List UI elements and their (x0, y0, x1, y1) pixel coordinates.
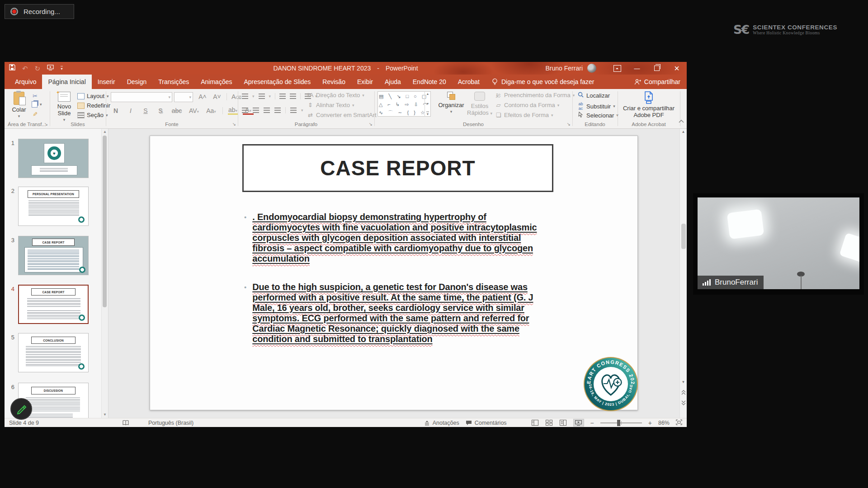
next-slide-button[interactable] (680, 400, 687, 405)
clipboard-dialog-launcher[interactable]: ↘ (44, 122, 48, 127)
zoom-slider[interactable] (600, 422, 642, 423)
tab-animacoes[interactable]: Animações (195, 75, 238, 89)
italic-button[interactable]: I (126, 107, 136, 114)
bold-button[interactable]: N (111, 107, 121, 114)
paste-button[interactable]: Colar ▾ (8, 92, 30, 120)
start-slideshow-button[interactable] (47, 64, 54, 72)
highlight-color-button[interactable]: ab▾ (228, 106, 238, 115)
scrollbar-down-icon[interactable]: ▼ (102, 412, 108, 418)
zoom-slider-thumb[interactable] (617, 420, 620, 426)
layout-button[interactable]: Layout▾ (77, 93, 109, 99)
slide-thumbnail-2[interactable]: PERSONAL PRESENTATION (18, 187, 89, 226)
shapes-row[interactable]: ▤ ╲ ↘ □ ○ ▢ (379, 92, 429, 100)
thumbnail-panel-scrollbar[interactable]: ▲ ▼ (101, 129, 108, 418)
new-slide-button[interactable]: Novo Slide ▾ (53, 92, 75, 123)
underline-button[interactable]: S (141, 107, 151, 114)
arrange-button[interactable]: Organizar ▾ (437, 92, 465, 115)
slide-sorter-view-button[interactable] (545, 420, 553, 426)
tab-exibir[interactable]: Exibir (351, 75, 379, 89)
account-name[interactable]: Bruno Ferrari (546, 65, 583, 72)
columns-button[interactable] (290, 108, 297, 113)
paragraph-dialog-launcher[interactable]: ↘ (369, 122, 373, 127)
shapes-row[interactable]: △ ⌐ ↳ ⇨ ⇩ ◠ (379, 100, 429, 108)
save-button[interactable] (9, 64, 15, 72)
align-left-button[interactable] (242, 108, 248, 113)
slide-thumbnail-3[interactable]: CASE REPORT (18, 236, 89, 275)
webcam-overlay[interactable]: BrunoFerrari (693, 193, 864, 295)
tab-transicoes[interactable]: Transições (152, 75, 195, 89)
slide-title-placeholder[interactable]: CASE REPORT (242, 144, 553, 192)
font-dialog-launcher[interactable]: ↘ (232, 122, 236, 127)
text-direction-button[interactable]: ‖A Direção do Texto▾ (307, 92, 364, 99)
tab-apresentacao[interactable]: Apresentação de Slides (238, 75, 316, 89)
restore-button[interactable] (647, 62, 667, 75)
tab-pagina-inicial[interactable]: Página Inicial (42, 75, 91, 89)
justify-button[interactable] (274, 108, 281, 113)
close-button[interactable]: × (667, 62, 687, 75)
tab-arquivo[interactable]: Arquivo (9, 75, 42, 89)
scrollbar-thumb[interactable] (681, 224, 686, 249)
cut-button[interactable]: ✂ (33, 93, 38, 99)
shape-effects-button[interactable]: ❏ Efeitos de Forma▾ (495, 112, 553, 118)
collapse-ribbon-button[interactable] (679, 117, 684, 125)
fit-to-window-button[interactable] (676, 419, 682, 427)
character-spacing-button[interactable]: AV▾ (188, 107, 200, 114)
redo-button[interactable]: ↻ (35, 65, 41, 72)
tab-ajuda[interactable]: Ajuda (379, 75, 407, 89)
copy-button[interactable]: ▾ (32, 101, 42, 108)
tab-endnote[interactable]: EndNote 20 (407, 75, 452, 89)
minimize-button[interactable]: — (627, 62, 647, 75)
numbering-button[interactable] (259, 94, 265, 99)
increase-font-button[interactable]: A˄ (198, 93, 208, 100)
slide-canvas[interactable]: CASE REPORT • . Endomyocardial biopsy de… (150, 136, 638, 410)
create-pdf-button[interactable]: Criar e compartilhar Adobe PDF (618, 91, 679, 118)
slide-scrollbar[interactable]: ▲ ▼ (679, 129, 687, 418)
reading-view-button[interactable] (559, 420, 567, 426)
text-shadow-button[interactable]: S (156, 107, 165, 114)
slide-counter[interactable]: Slide 4 de 9 (9, 420, 39, 426)
drawing-dialog-launcher[interactable]: ↘ (567, 122, 571, 127)
font-size-combobox[interactable]: ▾ (174, 92, 193, 102)
scrollbar-thumb[interactable] (103, 136, 107, 307)
ribbon-display-options-button[interactable] (607, 62, 627, 75)
section-button[interactable]: Seção▾ (77, 112, 108, 118)
tab-acrobat[interactable]: Acrobat (452, 75, 486, 89)
scroll-up-button[interactable]: ▲ (680, 130, 687, 134)
scrollbar-up-icon[interactable]: ▲ (102, 129, 108, 135)
scroll-down-button[interactable]: ▼ (680, 380, 687, 384)
undo-button[interactable]: ↶ (22, 65, 28, 72)
notes-button[interactable]: Anotações (424, 420, 459, 426)
slideshow-view-button[interactable] (573, 419, 584, 427)
shapes-gallery[interactable]: ▤ ╲ ↘ □ ○ ▢ △ ⌐ ↳ ⇨ ⇩ ◠ ∿ ⌒ ∼ { } ☆ ▲ ▼ … (377, 91, 431, 117)
shapes-gallery-scrollbar[interactable]: ▲ ▼ ▼ (425, 92, 430, 116)
font-name-combobox[interactable]: ▾ (111, 92, 172, 102)
customize-qat-button[interactable]: ▾ (61, 66, 63, 71)
language-indicator[interactable]: Português (Brasil) (148, 420, 193, 426)
account-avatar[interactable] (587, 64, 596, 73)
proofing-icon[interactable] (123, 420, 129, 426)
share-button[interactable]: Compartilhar (634, 75, 680, 89)
comments-button[interactable]: Comentários (466, 420, 507, 426)
shape-fill-button[interactable]: 🝳 Preenchimento da Forma▾ (495, 92, 575, 99)
tab-inserir[interactable]: Inserir (92, 75, 121, 89)
tab-revisao[interactable]: Revisão (316, 75, 351, 89)
change-case-button[interactable]: Aa▾ (205, 107, 217, 114)
increase-indent-button[interactable] (290, 94, 296, 99)
normal-view-button[interactable] (531, 420, 539, 426)
tell-me-box[interactable]: Diga-me o que você deseja fazer (492, 75, 594, 89)
format-painter-button[interactable]: ✎ (33, 111, 38, 117)
find-button[interactable]: Localizar (577, 92, 610, 99)
shapes-row[interactable]: ∿ ⌒ ∼ { } ☆ (379, 108, 429, 117)
previous-slide-button[interactable] (680, 390, 687, 395)
quick-styles-button[interactable]: Estilos Rápidos ▾ (467, 92, 492, 117)
align-text-button[interactable]: ⇕ Alinhar Texto▾ (307, 102, 354, 108)
slide-thumbnail-5[interactable]: CONCLUSION (18, 333, 89, 372)
slide-thumbnail-4-selected[interactable]: CASE REPORT (18, 285, 89, 324)
shape-outline-button[interactable]: ▱ Contorno da Forma▾ (495, 102, 559, 108)
align-right-button[interactable] (264, 108, 270, 113)
bullets-button[interactable] (242, 94, 248, 99)
slide-thumbnail-1[interactable]: ♥ (18, 139, 89, 178)
zoom-level[interactable]: 86% (658, 420, 670, 426)
convert-smartart-button[interactable]: ⇄ Converter em SmartArt▾ (307, 112, 381, 118)
align-center-button[interactable] (253, 108, 259, 113)
